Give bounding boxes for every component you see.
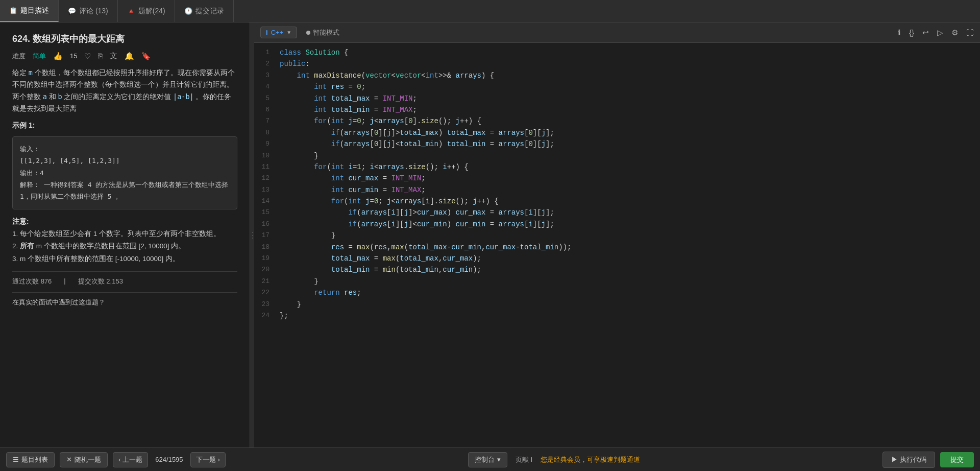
bottom-right-actions: ▶ 执行代码 提交: [883, 452, 974, 468]
line-content-9: if(arrays[0][j]<total_min) total_min = a…: [280, 138, 980, 150]
line-content-23: }: [280, 299, 980, 310]
console-label: 控制台: [475, 455, 495, 464]
thumbs-up-icon[interactable]: 👍: [53, 52, 63, 61]
run-code-button[interactable]: ▶ 执行代码: [883, 452, 935, 468]
next-problem-button[interactable]: 下一题 ›: [190, 452, 226, 467]
example-box: 输入： [[1,2,3], [4,5], [1,2,3]] 输出：4 解释： 一…: [12, 136, 237, 209]
line-num-12: 12: [254, 173, 280, 184]
notes-section: 注意: 1. 每个给定数组至少会有 1 个数字。列表中至少有两个非空数组。 2.…: [12, 216, 237, 265]
code-line-4: 4 int res = 0;: [254, 81, 980, 92]
info-icon[interactable]: ℹ: [898, 28, 901, 37]
bookmark-icon[interactable]: 🔖: [141, 52, 151, 61]
line-content-7: for(int j=0; j<arrays[0].size(); j++) {: [280, 115, 980, 127]
line-content-4: int res = 0;: [280, 81, 980, 92]
line-num-20: 20: [254, 264, 280, 275]
prev-arrow-icon: ‹: [118, 456, 120, 463]
solutions-icon: 🔺: [127, 7, 135, 15]
line-num-5: 5: [254, 93, 280, 104]
code-line-8: 8 if(arrays[0][j]>total_max) total_max =…: [254, 127, 980, 138]
line-num-10: 10: [254, 150, 280, 161]
tab-submissions-label: 提交记录: [195, 7, 224, 16]
submissions-icon: 🕐: [184, 7, 192, 15]
random-problem-button[interactable]: ✕ 随机一题: [60, 452, 108, 467]
code-line-18: 18 res = max(res,max(total_max-cur_min,c…: [254, 242, 980, 253]
line-content-10: }: [280, 150, 980, 161]
line-num-14: 14: [254, 196, 280, 207]
code-line-14: 14 for(int j=0; j<arrays[i].size(); j++)…: [254, 196, 980, 207]
line-num-1: 1: [254, 47, 280, 58]
toolbar-right: ℹ {} ↩ ▷ ⚙ ⛶: [898, 28, 974, 37]
submit-label: 提交: [950, 456, 964, 463]
interview-row: 在真实的面试中遇到过这道题？: [12, 292, 237, 307]
submit-count-value: 2,153: [106, 277, 123, 285]
run-icon[interactable]: ▷: [937, 28, 943, 37]
line-content-14: for(int j=0; j<arrays[i].size(); j++) {: [280, 196, 980, 207]
line-num-8: 8: [254, 127, 280, 138]
prev-problem-button[interactable]: ‹ 上一题: [113, 452, 148, 467]
problem-title: 624. 数组列表中的最大距离: [12, 33, 237, 45]
line-content-11: for(int i=1; i<arrays.size(); i++) {: [280, 161, 980, 173]
line-content-5: int total_max = INT_MIN;: [280, 93, 980, 104]
run-icon: ▶: [891, 456, 900, 463]
console-arrow-icon: ▾: [497, 456, 501, 463]
tab-solutions[interactable]: 🔺 题解(24): [118, 0, 175, 22]
code-line-6: 6 int total_min = INT_MAX;: [254, 104, 980, 115]
code-line-21: 21 }: [254, 276, 980, 287]
difficulty-row: 难度 简单 👍 15 ♡ ⎘ 文 🔔 🔖: [12, 51, 237, 61]
line-num-7: 7: [254, 115, 280, 127]
code-line-15: 15 if(arrays[i][j]>cur_max) cur_max = ar…: [254, 207, 980, 218]
random-icon: ✕: [66, 456, 72, 463]
language-selector[interactable]: i C++ ▼: [260, 27, 297, 38]
line-num-23: 23: [254, 299, 280, 310]
code-line-11: 11 for(int i=1; i<arrays.size(); i++) {: [254, 161, 980, 173]
code-line-13: 13 int cur_min = INT_MAX;: [254, 184, 980, 196]
code-editor[interactable]: 1 class Solution { 2 public: 3 int maxDi…: [254, 43, 980, 448]
tab-description-label: 题目描述: [20, 6, 49, 15]
line-content-8: if(arrays[0][j]>total_max) total_max = a…: [280, 127, 980, 138]
contribute-text: 页献 i: [516, 455, 532, 464]
bell-icon[interactable]: 🔔: [125, 52, 134, 61]
right-panel: i C++ ▼ 智能模式 ℹ {} ↩ ▷ ⚙ ⛶ 1 class Solu: [254, 22, 980, 448]
random-label: 随机一题: [75, 455, 101, 464]
code-line-1: 1 class Solution {: [254, 47, 980, 58]
comments-icon: 💬: [68, 7, 76, 15]
line-num-6: 6: [254, 104, 280, 115]
submit-button[interactable]: 提交: [940, 452, 974, 467]
line-content-18: res = max(res,max(total_max-cur_min,cur_…: [280, 242, 980, 253]
line-num-11: 11: [254, 161, 280, 173]
run-label: 执行代码: [900, 456, 926, 463]
example-input-label: 输入：: [20, 143, 230, 155]
console-button[interactable]: 控制台 ▾: [468, 452, 507, 467]
submit-count-label: 提交次数 2,153: [78, 277, 123, 286]
problem-list-button[interactable]: ☰ 题目列表: [6, 452, 55, 467]
code-line-16: 16 if(arrays[i][j]<cur_min) cur_min = ar…: [254, 219, 980, 230]
smart-mode-btn[interactable]: 智能模式: [301, 27, 345, 39]
example-output: 输出：4: [20, 167, 230, 179]
code-line-19: 19 total_max = max(total_max,cur_max);: [254, 253, 980, 264]
share-icon[interactable]: ⎘: [98, 52, 103, 60]
code-line-20: 20 total_min = min(total_min,cur_min);: [254, 264, 980, 275]
format-icon[interactable]: {}: [909, 28, 914, 37]
line-num-2: 2: [254, 58, 280, 69]
line-num-4: 4: [254, 81, 280, 92]
expand-icon[interactable]: ⛶: [966, 28, 974, 37]
code-line-24: 24 };: [254, 310, 980, 321]
settings-icon[interactable]: ⚙: [951, 28, 958, 37]
code-line-2: 2 public:: [254, 58, 980, 69]
translate-icon[interactable]: 文: [110, 51, 117, 61]
line-num-19: 19: [254, 253, 280, 264]
example-explanation: 解释： 一种得到答案 4 的方法是从第一个数组或者第三个数组中选择 1，同时从第…: [20, 179, 230, 203]
lang-dropdown-arrow: ▼: [286, 30, 291, 35]
tab-description[interactable]: 📋 题目描述: [0, 0, 59, 22]
tab-submissions[interactable]: 🕐 提交记录: [175, 0, 234, 22]
prev-label: 上一题: [122, 455, 142, 464]
line-num-15: 15: [254, 207, 280, 218]
line-num-13: 13: [254, 184, 280, 196]
undo-icon[interactable]: ↩: [922, 28, 929, 37]
tab-comments[interactable]: 💬 评论 (13): [59, 0, 118, 22]
code-line-5: 5 int total_max = INT_MIN;: [254, 93, 980, 104]
panel-divider[interactable]: ⋮: [250, 22, 254, 448]
line-content-15: if(arrays[i][j]>cur_max) cur_max = array…: [280, 207, 980, 218]
code-line-17: 17 }: [254, 230, 980, 241]
heart-icon[interactable]: ♡: [84, 52, 91, 61]
